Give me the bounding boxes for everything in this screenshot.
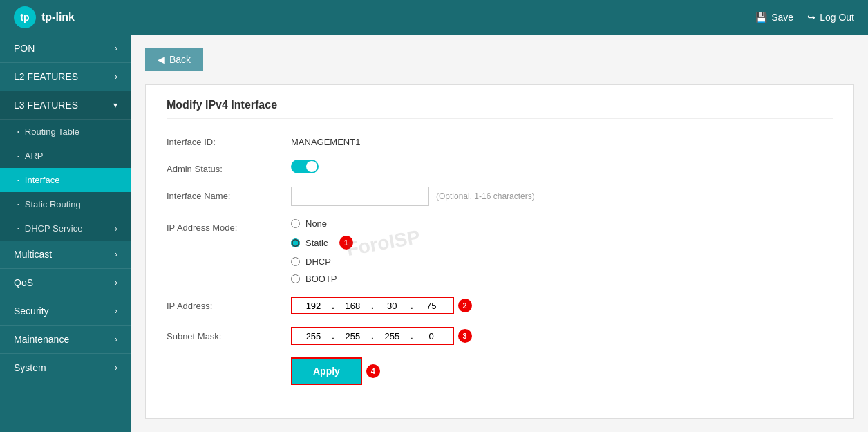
- apply-button[interactable]: Apply: [291, 357, 362, 385]
- admin-status-label: Admin Status:: [167, 160, 277, 174]
- chevron-right-icon: ›: [115, 223, 117, 234]
- toggle-slider: [291, 160, 319, 173]
- interface-name-label: Interface Name:: [167, 187, 277, 201]
- interface-name-hint: (Optional. 1-16 characters): [436, 191, 535, 201]
- interface-id-row: Interface ID: MANAGEMENT1: [167, 133, 833, 147]
- sidebar-item-system[interactable]: System ›: [0, 354, 131, 382]
- sidebar-item-pon[interactable]: PON ›: [0, 35, 131, 63]
- radio-none-input[interactable]: [291, 219, 300, 228]
- subnet-mask-label: Subnet Mask:: [167, 327, 277, 341]
- mask-octet-1[interactable]: [298, 331, 329, 341]
- layout: PON › L2 FEATURES › L3 FEATURES ▾ • Rout…: [0, 35, 868, 432]
- card-title: Modify IPv4 Interface: [167, 99, 833, 119]
- ip-address-label: IP Address:: [167, 297, 277, 311]
- interface-id-value: MANAGEMENT1: [291, 133, 360, 147]
- chevron-down-icon: ▾: [113, 100, 117, 110]
- sidebar-item-security[interactable]: Security ›: [0, 297, 131, 326]
- chevron-right-icon: ›: [115, 44, 117, 53]
- badge-3: 3: [458, 329, 472, 343]
- subnet-mask-row: Subnet Mask: . . . 3: [167, 327, 833, 345]
- ip-address-row: IP Address: . . . 2: [167, 297, 833, 314]
- save-button[interactable]: 💾 Save: [755, 12, 793, 23]
- modify-ipv4-card: Modify IPv4 Interface Interface ID: MANA…: [145, 84, 854, 419]
- ip-octet-4[interactable]: [416, 301, 447, 311]
- logo-icon: tp: [14, 6, 36, 28]
- sidebar-item-l3features[interactable]: L3 FEATURES ▾: [0, 91, 131, 120]
- subnet-mask-input-group: . . .: [291, 327, 454, 345]
- sidebar-item-multicast[interactable]: Multicast ›: [0, 241, 131, 269]
- ip-octet-2[interactable]: [337, 301, 368, 311]
- chevron-right-icon: ›: [115, 306, 117, 316]
- interface-name-input-wrap: (Optional. 1-16 characters): [291, 187, 535, 206]
- back-arrow-icon: ◀: [158, 54, 165, 65]
- mask-dot-2: .: [371, 330, 374, 341]
- save-icon: 💾: [755, 12, 767, 23]
- ip-dot-2: .: [371, 300, 374, 311]
- back-button[interactable]: ◀ Back: [145, 48, 203, 71]
- watermark: ForoISP: [345, 226, 422, 261]
- apply-row: Apply 4: [167, 357, 833, 385]
- sidebar: PON › L2 FEATURES › L3 FEATURES ▾ • Rout…: [0, 35, 131, 432]
- chevron-right-icon: ›: [115, 72, 117, 82]
- apply-wrap: Apply 4: [291, 357, 380, 385]
- bullet-icon: •: [17, 225, 19, 232]
- ip-mode-options: None Static 1 DHCP BO: [291, 218, 353, 284]
- apply-spacer: [167, 357, 277, 361]
- radio-dhcp[interactable]: DHCP: [291, 256, 353, 267]
- mask-octet-4[interactable]: [416, 331, 447, 341]
- radio-group-ip-mode: None Static 1 DHCP BO: [291, 218, 353, 284]
- chevron-right-icon: ›: [115, 363, 117, 373]
- mask-dot-3: .: [411, 330, 413, 341]
- admin-status-toggle-wrap: [291, 160, 319, 173]
- radio-static[interactable]: Static 1: [291, 236, 353, 250]
- chevron-right-icon: ›: [115, 278, 117, 288]
- admin-status-row: Admin Status:: [167, 160, 833, 174]
- ip-address-wrap: . . . 2: [291, 297, 472, 314]
- logo-text: tp-link: [41, 11, 75, 24]
- badge-4: 4: [366, 364, 380, 378]
- ip-dot-1: .: [332, 300, 334, 311]
- ip-octet-3[interactable]: [377, 301, 408, 311]
- radio-none[interactable]: None: [291, 218, 353, 229]
- header: tp tp-link 💾 Save ↪ Log Out: [0, 0, 868, 35]
- ip-octet-1[interactable]: [298, 301, 329, 311]
- l3-submenu: • Routing Table • ARP • Interface • Stat…: [0, 120, 131, 241]
- interface-id-label: Interface ID:: [167, 133, 277, 147]
- bullet-icon: •: [17, 201, 19, 207]
- mask-octet-3[interactable]: [377, 331, 408, 341]
- chevron-right-icon: ›: [115, 250, 117, 259]
- chevron-right-icon: ›: [115, 335, 117, 344]
- sidebar-item-arp[interactable]: • ARP: [0, 144, 131, 168]
- radio-static-input[interactable]: [291, 238, 300, 247]
- header-actions: 💾 Save ↪ Log Out: [755, 12, 854, 23]
- sidebar-item-interface[interactable]: • Interface: [0, 168, 131, 192]
- sidebar-item-static-routing[interactable]: • Static Routing: [0, 192, 131, 216]
- bullet-icon: •: [17, 153, 19, 159]
- logo: tp tp-link: [14, 6, 75, 28]
- interface-name-input[interactable]: [291, 187, 429, 206]
- bullet-icon: •: [17, 129, 19, 135]
- ip-address-mode-row: IP Address Mode: None Static 1: [167, 218, 833, 284]
- sidebar-item-qos[interactable]: QoS ›: [0, 269, 131, 297]
- mask-dot-1: .: [332, 330, 334, 341]
- logout-button[interactable]: ↪ Log Out: [807, 12, 854, 23]
- ip-dot-3: .: [411, 300, 413, 311]
- radio-dhcp-input[interactable]: [291, 257, 300, 266]
- sidebar-item-l2features[interactable]: L2 FEATURES ›: [0, 63, 131, 91]
- badge-2: 2: [458, 299, 472, 312]
- mask-octet-2[interactable]: [337, 331, 368, 341]
- bullet-icon: •: [17, 177, 19, 183]
- admin-status-toggle[interactable]: [291, 160, 319, 173]
- radio-bootp[interactable]: BOOTP: [291, 274, 353, 284]
- subnet-mask-wrap: . . . 3: [291, 327, 472, 345]
- ip-address-input-group: . . .: [291, 297, 454, 314]
- main-content: ◀ Back Modify IPv4 Interface Interface I…: [131, 35, 868, 432]
- logout-icon: ↪: [807, 12, 815, 23]
- sidebar-item-dhcp-service[interactable]: • DHCP Service ›: [0, 216, 131, 241]
- badge-1: 1: [339, 236, 353, 250]
- sidebar-item-maintenance[interactable]: Maintenance ›: [0, 326, 131, 354]
- sidebar-item-routing-table[interactable]: • Routing Table: [0, 120, 131, 144]
- interface-name-row: Interface Name: (Optional. 1-16 characte…: [167, 187, 833, 206]
- radio-bootp-input[interactable]: [291, 274, 300, 283]
- ip-address-mode-label: IP Address Mode:: [167, 218, 277, 233]
